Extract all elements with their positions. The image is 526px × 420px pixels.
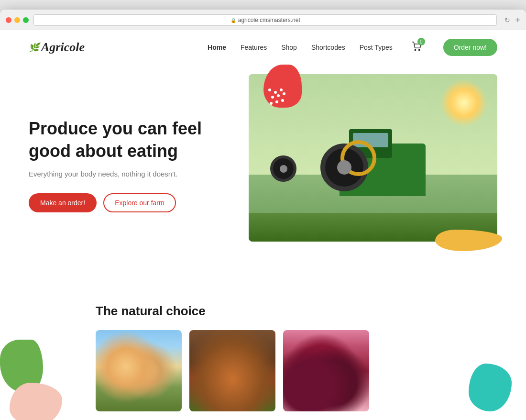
close-dot[interactable] [6, 17, 11, 23]
minimize-dot[interactable] [14, 17, 20, 23]
refresh-icon[interactable]: ↻ [504, 16, 510, 24]
hero-buttons: Make an order! Explore our farm [29, 193, 240, 212]
dots-decoration [268, 88, 307, 127]
browser-window: 🔒 agricole.cmsmasters.net ↻ + 🌿 Agricole… [0, 10, 526, 420]
url-text: agricole.cmsmasters.net [238, 17, 300, 23]
cart-button[interactable]: 0 [412, 42, 421, 53]
card-veggies [189, 330, 275, 411]
nav-features[interactable]: Features [241, 44, 267, 51]
tractor-rear-rim [340, 140, 376, 176]
navbar: 🌿 Agricole Home Features Shop Shortcodes… [0, 30, 526, 65]
order-now-button[interactable]: Order now! [443, 39, 497, 56]
make-order-button[interactable]: Make an order! [29, 193, 97, 212]
site-content: 🌿 Agricole Home Features Shop Shortcodes… [0, 30, 526, 420]
explore-farm-button[interactable]: Explore our farm [103, 193, 175, 212]
card-veggies-image [189, 330, 275, 411]
card-beets [283, 330, 369, 411]
logo-text: Agricole [41, 40, 85, 55]
address-bar[interactable]: 🔒 agricole.cmsmasters.net [33, 14, 497, 26]
tractor-rear-wheel [320, 144, 368, 191]
nav-links: Home Features Shop Shortcodes Post Types… [208, 39, 497, 56]
hero-text: Produce you can feel good about eating E… [29, 118, 240, 213]
nav-home[interactable]: Home [208, 44, 226, 51]
tractor-illustration [292, 96, 454, 220]
lock-icon: 🔒 [230, 18, 236, 23]
svg-point-0 [415, 49, 416, 51]
natural-section: The natural choice [0, 285, 526, 420]
browser-dots [6, 17, 29, 23]
teal-blob-decoration [469, 364, 512, 411]
hero-subtitle: Everything your body needs, nothing it d… [29, 170, 240, 178]
nav-shop[interactable]: Shop [281, 44, 297, 51]
card-beets-image [283, 330, 369, 411]
hero-title: Produce you can feel good about eating [29, 118, 240, 163]
pink-blob-decoration [10, 383, 62, 420]
svg-point-1 [418, 49, 420, 51]
cards-row [96, 330, 497, 411]
natural-section-title: The natural choice [96, 304, 497, 319]
site-logo[interactable]: 🌿 Agricole [29, 40, 85, 55]
hero-image-area [240, 74, 497, 256]
logo-leaf-icon: 🌿 [29, 42, 39, 53]
new-tab-icon[interactable]: + [515, 15, 520, 25]
yellow-brush-decoration [435, 230, 502, 251]
hero-section: Produce you can feel good about eating E… [0, 65, 526, 285]
tractor-front-wheel [270, 155, 296, 182]
card-people-image [96, 330, 182, 411]
nav-shortcodes[interactable]: Shortcodes [311, 44, 345, 51]
card-people [96, 330, 182, 411]
browser-chrome: 🔒 agricole.cmsmasters.net ↻ + [0, 10, 526, 30]
nav-post-types[interactable]: Post Types [360, 44, 393, 51]
maximize-dot[interactable] [23, 17, 29, 23]
cart-badge: 0 [417, 38, 425, 45]
